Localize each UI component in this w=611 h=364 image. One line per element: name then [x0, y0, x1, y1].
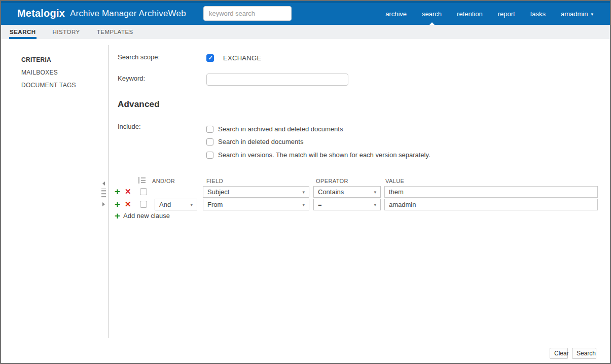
scope-exchange-row: ✓ EXCHANGE	[206, 54, 261, 62]
chevron-down-icon: ▾	[190, 202, 193, 207]
clause-row-checkbox[interactable]	[140, 188, 147, 195]
insert-clause-icon[interactable]: +	[115, 188, 122, 195]
user-name: amadmin	[561, 10, 588, 18]
include-option-deleted: Search in deleted documents	[206, 138, 303, 145]
chevron-down-icon: ▾	[374, 202, 376, 207]
expand-right-icon	[102, 202, 105, 206]
insert-clause-icon[interactable]: +	[115, 201, 122, 208]
checkmark-icon: ✓	[207, 54, 214, 62]
select-all-icon[interactable]	[138, 177, 146, 184]
nav-item-report[interactable]: report	[490, 3, 523, 25]
nav-item-archive[interactable]: archive	[378, 3, 414, 25]
add-new-clause-button[interactable]: + Add new clause	[115, 212, 170, 220]
tab-templates[interactable]: TEMPLATES	[97, 25, 133, 39]
exchange-checkbox[interactable]: ✓	[206, 54, 214, 62]
nav-item-tasks[interactable]: tasks	[523, 3, 553, 25]
sidebar-divider	[108, 45, 109, 338]
delete-clause-icon[interactable]: ✕	[125, 201, 132, 208]
exchange-label: EXCHANGE	[223, 54, 261, 62]
value-input[interactable]	[384, 199, 598, 210]
nav-item-search[interactable]: search	[414, 3, 449, 25]
search-scope-label: Search scope:	[118, 53, 160, 61]
sidebar-splitter[interactable]	[100, 181, 106, 210]
search-button[interactable]: Search	[572, 348, 596, 359]
column-header-andor: AND/OR	[152, 178, 175, 184]
tab-bar: SEARCH HISTORY TEMPLATES	[1, 25, 610, 39]
delete-clause-icon[interactable]: ✕	[125, 188, 132, 195]
clear-button[interactable]: Clear	[550, 348, 568, 359]
tab-search[interactable]: SEARCH	[10, 25, 36, 39]
sidebar-item-criteria[interactable]: CRITERIA	[21, 56, 51, 63]
product-title: Archive Manager ArchiveWeb	[70, 9, 186, 19]
column-header-value: VALUE	[385, 178, 404, 184]
chevron-down-icon: ▾	[302, 190, 305, 195]
include-option-versions: Search in versions. The match will be sh…	[206, 151, 430, 159]
column-header-field: FIELD	[206, 178, 223, 184]
field-select[interactable]: Subject ▾	[203, 186, 309, 198]
chevron-down-icon: ▾	[302, 202, 305, 207]
nav-item-retention[interactable]: retention	[449, 3, 490, 25]
operator-select[interactable]: Contains ▾	[313, 186, 381, 198]
include-label: Include:	[118, 123, 141, 130]
andor-select[interactable]: And ▾	[155, 199, 197, 210]
keyword-search-input[interactable]	[203, 6, 292, 21]
include-versions-checkbox[interactable]	[206, 152, 213, 159]
sidebar-item-mailboxes[interactable]: MAILBOXES	[21, 69, 58, 76]
app-header: Metalogix Archive Manager ArchiveWeb arc…	[1, 1, 610, 25]
plus-icon: +	[115, 212, 120, 220]
user-menu[interactable]: amadmin ▾	[553, 3, 601, 25]
archiveweb-window: Metalogix Archive Manager ArchiveWeb arc…	[0, 0, 611, 364]
field-select[interactable]: From ▾	[203, 199, 309, 210]
clause-row-checkbox[interactable]	[140, 201, 147, 208]
metalogix-logo: Metalogix	[17, 8, 65, 19]
collapse-left-icon	[102, 181, 105, 186]
column-header-operator: OPERATOR	[316, 178, 348, 184]
value-input[interactable]	[384, 186, 598, 198]
sidebar-item-document-tags[interactable]: DOCUMENT TAGS	[21, 82, 76, 89]
keyword-label: Keyword:	[118, 75, 145, 82]
tab-history[interactable]: HISTORY	[53, 25, 80, 39]
grip-icon	[101, 189, 106, 199]
chevron-down-icon: ▾	[374, 190, 376, 195]
operator-select[interactable]: = ▾	[313, 199, 381, 210]
active-tab-underline	[9, 37, 37, 39]
caret-down-icon: ▾	[591, 12, 593, 17]
include-option-archived-deleted: Search in archived and deleted documents	[206, 125, 343, 133]
top-navigation: archive search retention report tasks am…	[378, 3, 601, 25]
include-deleted-checkbox[interactable]	[206, 138, 213, 145]
advanced-heading: Advanced	[118, 99, 160, 110]
include-archived-deleted-checkbox[interactable]	[206, 126, 213, 133]
keyword-input[interactable]	[206, 74, 348, 86]
